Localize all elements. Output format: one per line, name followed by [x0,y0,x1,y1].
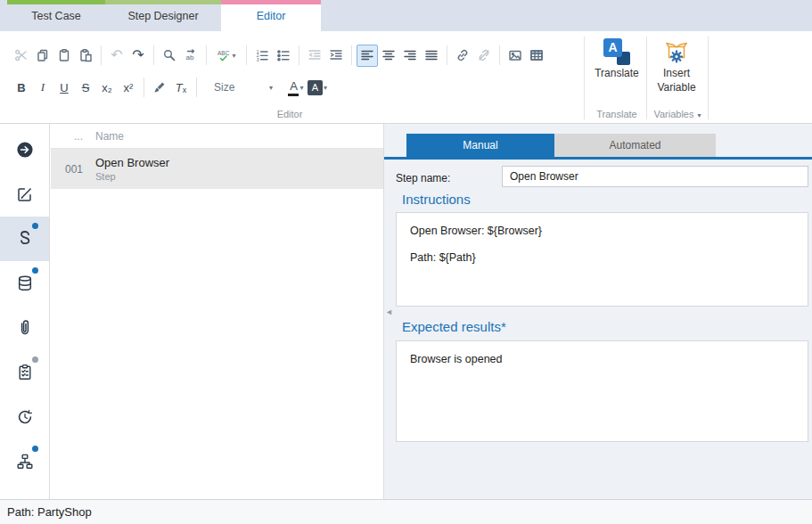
find-replace-icon: ab [184,48,198,62]
notification-dot [32,446,38,452]
checklist-icon [16,364,34,381]
bulleted-list-icon [276,48,291,62]
insert-variable-label-line2: Variable [657,82,695,94]
find-replace-button[interactable]: ab [180,45,201,67]
tab-accent [7,0,105,4]
instructions-line: Open Browser: ${Browser} [410,225,794,237]
step-list: ... Name 001 Open Browser Step [51,124,383,499]
align-right-button[interactable] [399,45,421,67]
separator [708,37,709,119]
chevron-down-icon: ▾ [299,84,303,92]
step-name-label: Step name: [396,172,450,184]
justify-button[interactable] [421,45,442,67]
search-icon [162,48,176,62]
numbered-list-button[interactable]: 123 [251,45,273,67]
instructions-heading: Instructions [402,192,471,207]
bulleted-list-button[interactable] [273,45,294,67]
table-row[interactable]: 001 Open Browser Step [51,149,383,189]
tab-step-designer[interactable]: Step Designer [105,0,221,31]
insert-variable-icon [663,38,690,65]
font-color-button[interactable]: A ▾ [285,77,307,99]
undo-icon: ↶ [111,48,122,62]
document-tabbar: Test Case Step Designer Editor [0,0,812,31]
tab-manual[interactable]: Manual [406,134,554,157]
instructions-editor[interactable]: Open Browser: ${Browser} Path: ${Path} [396,212,808,307]
chevron-down-icon: ▾ [232,52,235,60]
expected-results-line: Browser is opened [410,353,794,365]
notification-dot [32,267,38,274]
translate-button-label: Translate [595,68,639,79]
collapse-panel-arrow-icon[interactable]: ◄ [385,307,393,316]
tab-automated[interactable]: Automated [554,134,716,157]
sidebar-item-edit[interactable] [0,172,49,217]
cut-button[interactable] [11,45,32,67]
chevron-down-icon: ▾ [698,111,701,119]
color-swatch [288,94,299,96]
strikethrough-button[interactable]: S [75,77,96,99]
separator [206,45,207,65]
subscript-button[interactable]: x₂ [96,77,118,99]
outdent-button[interactable] [304,45,325,67]
sidebar-item-hierarchy[interactable] [0,439,49,484]
highlight-color-button[interactable]: A ▾ [307,77,328,99]
spellcheck-button[interactable]: ABC ▾ [211,45,242,67]
link-icon [455,48,470,62]
step-type: Step [95,171,169,182]
insert-image-button[interactable] [504,45,526,67]
expected-results-editor[interactable]: Browser is opened [396,340,808,442]
step-name-input[interactable] [502,166,808,187]
align-left-button[interactable] [357,45,378,67]
svg-text:ab: ab [186,53,194,61]
insert-variable-label-line1: Insert [663,68,690,79]
sidebar-item-attachments[interactable] [0,306,49,350]
insert-variable-button[interactable]: Insert Variable [647,38,706,94]
left-icon-rail [0,124,50,499]
brush-icon [152,80,167,94]
sidebar-item-checklist[interactable] [0,350,49,395]
step-number: 001 [51,163,88,176]
separator [153,45,154,65]
align-right-icon [403,48,417,62]
tab-accent [221,0,321,4]
scissors-icon [14,48,29,62]
column-header-name[interactable]: Name [88,130,124,143]
paste-special-button[interactable] [75,45,96,67]
align-left-icon [360,48,374,62]
notification-dot [32,356,38,363]
insert-table-button[interactable] [526,45,547,67]
format-painter-button[interactable] [149,77,170,99]
svg-text:3: 3 [257,57,259,62]
sidebar-item-history[interactable] [0,395,49,439]
unlink-button[interactable] [473,45,495,67]
undo-button[interactable]: ↶ [106,45,127,67]
search-button[interactable] [159,45,180,67]
sidebar-item-arrow[interactable] [0,127,49,172]
ribbon-group-editor-label: Editor [0,109,579,119]
clear-formatting-button[interactable]: Tx [170,77,192,99]
font-size-dropdown[interactable]: Size ▾ [209,77,278,98]
superscript-button[interactable]: x² [118,77,139,99]
paste-button[interactable] [53,45,75,67]
redo-button[interactable]: ↷ [127,45,149,67]
bold-button[interactable]: B [11,77,32,99]
link-button[interactable] [452,45,473,67]
underline-button[interactable]: U [53,77,75,99]
tab-test-case[interactable]: Test Case [7,0,105,31]
status-bar: Path: PartyShop [0,499,812,524]
ribbon-group-variables-label[interactable]: Variables ▾ [648,109,707,119]
sidebar-item-steps[interactable] [0,217,49,261]
steps-icon [16,230,34,248]
italic-button[interactable]: I [32,77,53,99]
tab-label: Test Case [31,10,81,22]
indent-button[interactable] [325,45,347,67]
chevron-down-icon: ▾ [269,84,273,92]
copy-button[interactable] [32,45,53,67]
image-icon [508,48,522,62]
unlink-icon [477,48,491,62]
step-list-header: ... Name [51,124,383,149]
separator [351,45,352,65]
tab-editor[interactable]: Editor [221,0,321,31]
align-center-button[interactable] [378,45,399,67]
sidebar-item-test-data[interactable] [0,261,49,306]
translate-button[interactable]: A Translate [589,38,644,79]
